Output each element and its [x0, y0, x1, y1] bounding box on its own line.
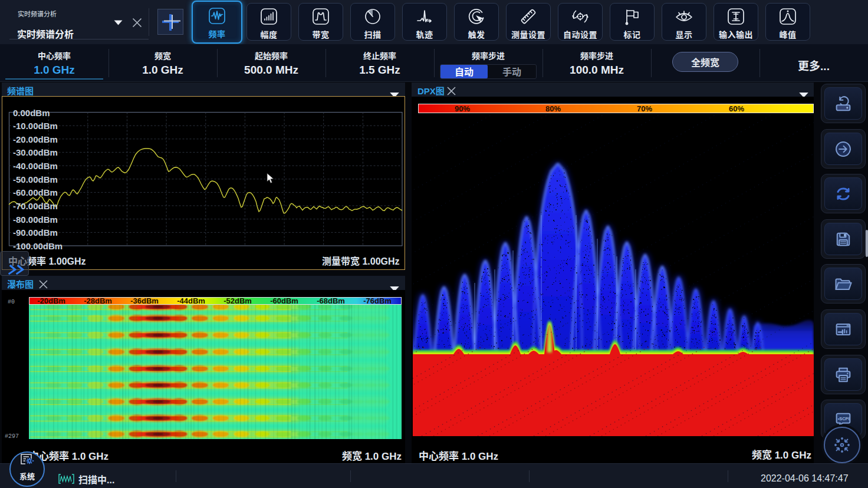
svg-text:•SCPI: •SCPI [838, 416, 850, 421]
